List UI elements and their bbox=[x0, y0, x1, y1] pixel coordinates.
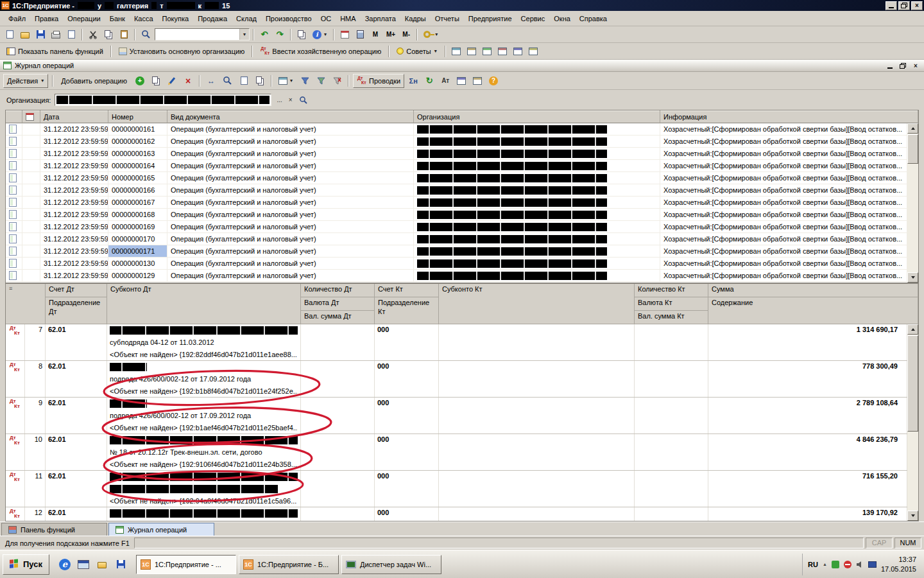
scroll-down-button[interactable] bbox=[907, 272, 918, 283]
journal-info-cell[interactable]: Хозрасчетный:[Сформирован обработкой све… bbox=[660, 258, 907, 269]
credit-quantity-cell[interactable] bbox=[635, 507, 708, 521]
header-corner[interactable]: ≡ bbox=[6, 284, 46, 324]
menu-item[interactable]: Касса bbox=[130, 13, 158, 24]
journal-doctype-cell[interactable]: Операция (бухгалтерский и налоговый учет… bbox=[167, 209, 414, 220]
show-desktop-icon[interactable] bbox=[76, 557, 90, 572]
journal-row[interactable]: 31.12.2012 23:59:5900000000163Операция (… bbox=[6, 148, 907, 160]
header-summa[interactable]: Сумма bbox=[708, 284, 918, 297]
journal-number-cell[interactable]: 00000000164 bbox=[108, 160, 167, 171]
journal-org-cell[interactable] bbox=[414, 233, 660, 245]
journal-date-cell[interactable]: 31.12.2012 23:59:59 bbox=[40, 123, 108, 135]
menu-item[interactable]: Окна bbox=[549, 13, 575, 24]
header-number[interactable]: Номер bbox=[108, 110, 167, 123]
report-button-6[interactable] bbox=[526, 44, 540, 58]
menu-item[interactable]: Банк bbox=[105, 13, 130, 24]
journal-date-cell[interactable]: 31.12.2012 23:59:59 bbox=[40, 258, 108, 269]
menu-item[interactable]: Предприятие bbox=[464, 13, 517, 24]
taskbar-task-button[interactable]: 1С1С:Предприятие - ... bbox=[136, 555, 236, 574]
credit-subconto-cell[interactable] bbox=[439, 507, 635, 521]
add-button[interactable]: + bbox=[133, 74, 147, 88]
report-button-5[interactable] bbox=[511, 44, 525, 58]
credit-subconto-cell[interactable] bbox=[439, 324, 635, 360]
vertical-scrollbar[interactable] bbox=[907, 324, 918, 521]
journal-doctype-cell[interactable]: Операция (бухгалтерский и налоговый учет… bbox=[167, 172, 414, 184]
credit-quantity-cell[interactable] bbox=[635, 434, 708, 470]
sort-button[interactable]: Ат bbox=[438, 74, 452, 88]
amount-cell[interactable]: 139 170,92 bbox=[708, 507, 907, 521]
print-button[interactable] bbox=[49, 28, 63, 42]
journal-doctype-cell[interactable]: Операция (бухгалтерский и налоговый учет… bbox=[167, 233, 414, 245]
header-kolichestvo-kt[interactable]: Количество Кт bbox=[635, 284, 708, 297]
posting-number-cell[interactable]: 10 bbox=[25, 434, 46, 470]
delete-button[interactable]: × bbox=[181, 74, 195, 88]
report-button-3[interactable] bbox=[480, 44, 494, 58]
debit-quantity-cell[interactable] bbox=[301, 434, 375, 470]
journal-row[interactable]: 31.12.2012 23:59:5900000000168Операция (… bbox=[6, 209, 907, 221]
journal-doctype-cell[interactable]: Операция (бухгалтерский и налоговый учет… bbox=[167, 160, 414, 171]
add-operation-button[interactable]: Добавить операцию bbox=[57, 74, 131, 88]
debit-account-cell[interactable]: 62.01 bbox=[46, 361, 107, 397]
scroll-up-button[interactable] bbox=[907, 123, 918, 134]
print-preview-button[interactable] bbox=[64, 28, 78, 42]
header-val-summa-kt[interactable]: Вал. сумма Кт bbox=[635, 311, 708, 324]
close-button[interactable]: × bbox=[911, 61, 921, 70]
journal-date-cell[interactable]: 31.12.2012 23:59:59 bbox=[40, 233, 108, 245]
clock[interactable]: 13:37 17.05.2015 bbox=[881, 555, 916, 574]
journal-number-cell[interactable]: 00000000167 bbox=[108, 197, 167, 208]
scroll-down-button[interactable] bbox=[907, 511, 918, 521]
bottom-tab[interactable]: Панель функций bbox=[1, 523, 107, 536]
journal-date-cell[interactable]: 31.12.2012 23:59:59 bbox=[40, 184, 108, 196]
taskbar-task-button[interactable]: Диспетчер задач Wi... bbox=[341, 555, 441, 574]
journal-info-cell[interactable]: Хозрасчетный:[Сформирован обработкой све… bbox=[660, 233, 907, 245]
new-button[interactable] bbox=[3, 28, 17, 42]
calculator-button[interactable] bbox=[353, 28, 367, 42]
volume-icon[interactable] bbox=[856, 561, 864, 568]
credit-subconto-cell[interactable] bbox=[439, 398, 635, 434]
memory-button[interactable]: M bbox=[368, 28, 382, 42]
header-valyuta-kt[interactable]: Валюта Кт bbox=[635, 297, 708, 311]
undo-button[interactable]: ↶ bbox=[257, 28, 271, 42]
table-settings-button[interactable] bbox=[454, 74, 468, 88]
menu-item[interactable]: Правка bbox=[30, 13, 63, 24]
org-search-button[interactable] bbox=[298, 96, 309, 105]
minimize-button[interactable] bbox=[886, 1, 897, 10]
header-schet-dt[interactable]: Счет Дт bbox=[46, 284, 107, 297]
credit-quantity-cell[interactable] bbox=[635, 324, 708, 360]
credit-account-cell[interactable]: 000 bbox=[375, 471, 439, 507]
debit-quantity-cell[interactable] bbox=[301, 507, 375, 521]
tray-status-icon[interactable] bbox=[832, 561, 839, 568]
credit-account-cell[interactable]: 000 bbox=[375, 507, 439, 521]
tips-button[interactable]: Советы ▾ bbox=[393, 44, 441, 58]
posting-number-cell[interactable]: 8 bbox=[25, 361, 46, 397]
header-org[interactable]: Организация bbox=[414, 110, 660, 123]
header-date[interactable]: Дата bbox=[40, 110, 108, 123]
journal-info-cell[interactable]: Хозрасчетный:[Сформирован обработкой све… bbox=[660, 197, 907, 208]
journal-info-cell[interactable]: Хозрасчетный:[Сформирован обработкой све… bbox=[660, 172, 907, 184]
journal-org-cell[interactable] bbox=[414, 209, 660, 220]
journal-doctype-cell[interactable]: Операция (бухгалтерский и налоговый учет… bbox=[167, 197, 414, 208]
journal-info-cell[interactable]: Хозрасчетный:[Сформирован обработкой све… bbox=[660, 209, 907, 220]
journal-org-cell[interactable] bbox=[414, 184, 660, 196]
tray-alert-icon[interactable] bbox=[844, 561, 851, 568]
service-button[interactable]: ▾ bbox=[421, 28, 441, 42]
journal-row[interactable]: 31.12.2012 23:59:5900000000169Операция (… bbox=[6, 221, 907, 233]
view-mode-button[interactable]: ▾ bbox=[276, 74, 296, 88]
journal-row[interactable]: 31.12.2012 23:59:5900000000166Операция (… bbox=[6, 184, 907, 197]
posting-row[interactable]: ДтКт762.01субподряда 04-12 от 11.03.2012… bbox=[6, 324, 907, 361]
edit-button[interactable] bbox=[165, 74, 179, 88]
journal-org-cell[interactable] bbox=[414, 123, 660, 135]
header-subkonto-kt[interactable]: Субконто Кт bbox=[439, 284, 635, 324]
journal-row[interactable]: 31.12.2012 23:59:5900000000164Операция (… bbox=[6, 160, 907, 172]
postings-button[interactable]: ДтКт Проводки bbox=[353, 74, 404, 88]
menu-item[interactable]: Производство bbox=[261, 13, 316, 24]
paste-button[interactable] bbox=[117, 28, 131, 42]
debit-quantity-cell[interactable] bbox=[301, 398, 375, 434]
list-settings-button[interactable] bbox=[470, 74, 484, 88]
journal-number-cell[interactable]: 00000000165 bbox=[108, 172, 167, 184]
clear-filter-button[interactable] bbox=[330, 74, 344, 88]
scroll-up-button[interactable] bbox=[907, 324, 918, 335]
pages-button[interactable] bbox=[253, 74, 267, 88]
debit-subconto-cell[interactable]: подряда 426/600/002-12 от 17.09.2012 год… bbox=[107, 361, 301, 397]
menu-item[interactable]: Сервис bbox=[517, 13, 550, 24]
tray-expand-icon[interactable]: ▲ bbox=[823, 562, 827, 566]
